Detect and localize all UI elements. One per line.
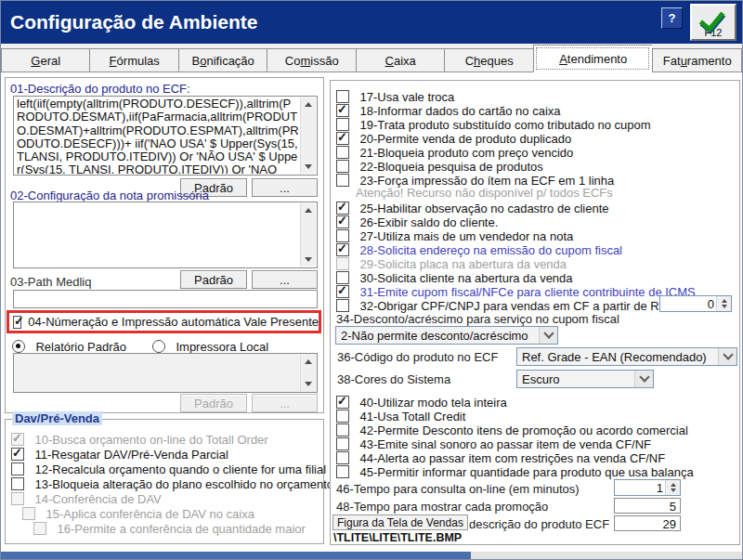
dropdown-cores-sistema[interactable]: Escuro [516, 370, 654, 388]
tab-bonificacao[interactable]: Bonificação [178, 48, 267, 72]
tab-comissao[interactable]: Comissão [267, 48, 355, 72]
checkbox[interactable] [336, 271, 349, 284]
checkbox [11, 492, 24, 505]
chevron-down-icon[interactable] [539, 327, 557, 344]
tab-caixa[interactable]: Caixa [356, 48, 444, 72]
checkbox[interactable] [336, 202, 349, 215]
checkbox[interactable] [336, 90, 349, 103]
checkbox[interactable] [13, 316, 21, 329]
dav-group-title: Dav/Pré-Venda [12, 411, 102, 425]
tab-faturamento[interactable]: Faturamento [652, 48, 741, 72]
checkbox-item-28[interactable]: 28-Solicita endereço na emissão do cupom… [336, 241, 736, 255]
spinner-down-icon[interactable] [671, 488, 676, 492]
scroll-up-icon[interactable] [301, 203, 316, 217]
tab-formulas[interactable]: Fórmulas [89, 48, 177, 72]
configuration-dialog: Configuração de Ambiente ? F12 Geral Fór… [0, 0, 743, 560]
scroll-down-icon[interactable] [301, 253, 316, 267]
checkbox[interactable] [336, 465, 349, 478]
checkbox[interactable] [336, 423, 349, 436]
scroll-up-icon[interactable] [301, 98, 316, 111]
checkbox-item-45[interactable]: 45-Permitir informar quantidade para pro… [336, 463, 736, 477]
checkbox-label: 04-Númeração e Impressão automática Vale… [28, 315, 319, 329]
checkbox-item-27[interactable]: 27-Utiliza mais de um vendedor na nota [336, 228, 736, 241]
checkbox[interactable] [11, 448, 24, 461]
spinner-up-icon[interactable] [722, 299, 727, 303]
scrollbar[interactable] [300, 355, 316, 391]
checkbox[interactable] [336, 160, 349, 173]
chevron-down-icon[interactable] [634, 371, 653, 387]
checkbox[interactable] [336, 174, 349, 187]
question-mark-icon: ? [669, 11, 676, 25]
checkbox-item-23[interactable]: 23-Força impressão do ítem na ECF em 1 l… [336, 172, 736, 186]
radio-button[interactable] [12, 340, 25, 353]
checkbox-item-16: 16-Permite a conferência de quantidade m… [33, 520, 319, 534]
checkbox[interactable] [336, 243, 349, 256]
checkbox[interactable] [11, 477, 24, 490]
checkbox[interactable] [336, 215, 349, 228]
radio-impressora-local[interactable]: Impressora Local [152, 338, 319, 352]
checkbox-item-22[interactable]: 22-Bloqueia pesquisa de produtos [336, 158, 736, 172]
input-tempo-promocao[interactable]: 5 [614, 498, 681, 514]
checkbox-item-40[interactable]: 40-Utilizar modo tela inteira [336, 394, 736, 408]
checkbox-item-18[interactable]: 18-Informar dados do cartão no caixa [336, 102, 736, 116]
checkbox-item-42[interactable]: 42-Permite Desconto itens de promoção ou… [336, 422, 736, 436]
checkbox-item-25[interactable]: 25-Habilitar observação no cadastro de c… [336, 200, 736, 214]
checkbox[interactable] [11, 462, 24, 475]
browse-button-02[interactable]: ... [252, 270, 318, 289]
browse-button-01[interactable]: ... [252, 178, 318, 197]
checkbox-item-26[interactable]: 26-Exibir saldo do cliente. [336, 214, 736, 228]
scrollbar[interactable] [300, 203, 316, 267]
checkbox[interactable] [336, 437, 349, 450]
checkbox[interactable] [336, 118, 349, 131]
checkbox-item-12[interactable]: 12-Recalcula orçamento quando o cliente … [11, 461, 319, 475]
scroll-down-icon[interactable] [301, 160, 316, 174]
padrao-button-02[interactable]: Padrão [180, 270, 247, 289]
tab-atendimento[interactable]: Atendimento [533, 45, 653, 72]
checkbox-item-30[interactable]: 30-Solicita cliente na abertura da venda [336, 269, 736, 283]
checkbox-item-44[interactable]: 44-Alerta ao passar item com restrições … [336, 449, 736, 463]
checkbox[interactable] [336, 285, 349, 298]
checkbox[interactable] [336, 410, 349, 423]
checkbox-item-43[interactable]: 43-Emite sinal sonoro ao passar item de … [336, 436, 736, 449]
checkbox-item-11[interactable]: 11-Resgatar DAV/Pré-Venda Parcial [11, 446, 319, 460]
checkbox-item-21[interactable]: 21-Bloqueia produto com preço vencido [336, 144, 736, 158]
input-path-medliq[interactable] [13, 290, 318, 308]
checkbox[interactable] [336, 132, 349, 145]
confirm-f12-button[interactable]: F12 [690, 4, 736, 41]
spinner-down-icon[interactable] [722, 305, 727, 308]
textarea-nota-promissoria[interactable] [13, 202, 318, 268]
checkbox-item-41[interactable]: 41-Usa Totall Credit [336, 408, 736, 422]
label-tempo-promocao: 48-Tempo para mostrar cada promoção [336, 500, 548, 514]
spinner-up-icon[interactable] [671, 483, 676, 487]
input-tamanho-descricao[interactable]: 29 [614, 515, 681, 531]
dropdown-desconto-acrescimo[interactable]: 2-Não permite desconto/acréscimo [335, 326, 558, 345]
checkbox-item-20[interactable]: 20-Permite venda de produto duplicado [336, 130, 736, 144]
scrollbar[interactable] [300, 98, 316, 174]
checkbox-item-19[interactable]: 19-Trata produto substituído como tribut… [336, 116, 736, 130]
chevron-down-icon[interactable] [718, 348, 736, 365]
dropdown-codigo-produto-ecf[interactable]: Ref. Grade - EAN (Recomendado) [516, 347, 737, 366]
checkbox-item-13[interactable]: 13-Bloqueia alteração do plano escolhido… [11, 475, 319, 489]
checkbox[interactable] [336, 146, 349, 159]
radio-button[interactable] [152, 340, 165, 353]
scroll-down-icon[interactable] [301, 377, 316, 391]
scroll-up-icon[interactable] [301, 355, 316, 369]
checkbox-label: 14-Conferência de DAV [34, 492, 161, 506]
spinner-cpf-cnpj-valor[interactable]: 0 [659, 295, 732, 312]
checkbox[interactable] [336, 396, 349, 409]
figura-tela-vendas-button[interactable]: Figura da Tela de Vendas [332, 514, 468, 530]
figura-path-text: \TLITE\LITE\TLITE.BMP [333, 531, 462, 544]
tab-geral[interactable]: Geral [1, 48, 89, 72]
browse-button-04-disabled: ... [252, 394, 318, 412]
checkbox[interactable] [336, 451, 349, 464]
spinner-tempo-consulta[interactable]: 1 [614, 479, 681, 496]
textarea-descricao-produto-ecf[interactable]: left(iif(empty(alltrim(PRODUTO.DESECF)),… [13, 96, 318, 176]
checkbox-item-17[interactable]: 17-Usa vale troca [336, 88, 736, 102]
help-button[interactable]: ? [661, 7, 683, 29]
label-descricao-produto-ecf: 01-Descrição do produto no ECF: [10, 82, 190, 96]
warning-note-23: Atenção! Recurso não disponível p/ todos… [356, 186, 613, 200]
checkbox[interactable] [336, 229, 349, 242]
checkbox[interactable] [336, 104, 349, 117]
tab-cheques[interactable]: Cheques [444, 48, 532, 72]
checkbox[interactable] [336, 299, 349, 312]
